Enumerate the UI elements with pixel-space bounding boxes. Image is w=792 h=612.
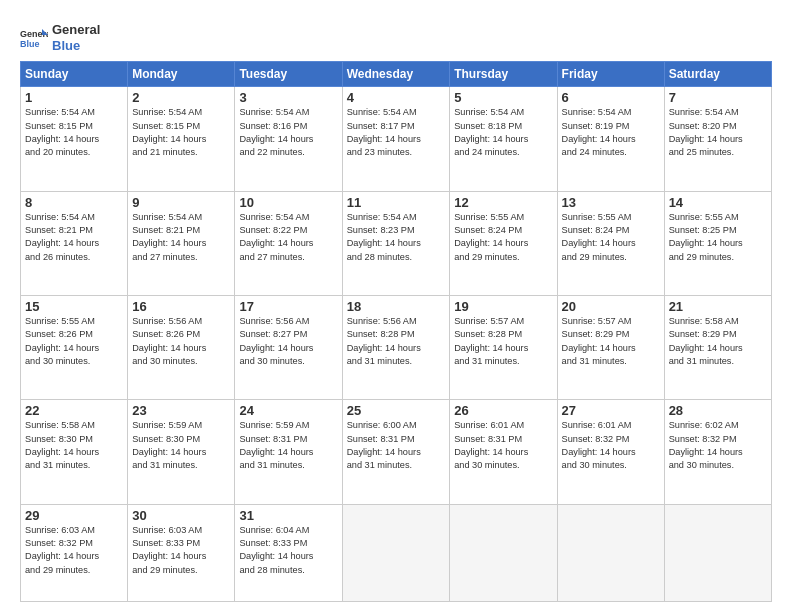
logo-icon: General Blue (20, 27, 48, 49)
day-cell: 19Sunrise: 5:57 AMSunset: 8:28 PMDayligh… (450, 295, 557, 399)
week-row-4: 22Sunrise: 5:58 AMSunset: 8:30 PMDayligh… (21, 400, 772, 504)
day-cell (342, 504, 450, 601)
day-info: Sunrise: 5:57 AMSunset: 8:29 PMDaylight:… (562, 315, 660, 368)
col-header-thursday: Thursday (450, 62, 557, 87)
col-header-tuesday: Tuesday (235, 62, 342, 87)
day-cell: 11Sunrise: 5:54 AMSunset: 8:23 PMDayligh… (342, 191, 450, 295)
day-info: Sunrise: 5:55 AMSunset: 8:26 PMDaylight:… (25, 315, 123, 368)
day-cell: 26Sunrise: 6:01 AMSunset: 8:31 PMDayligh… (450, 400, 557, 504)
calendar-header-row: SundayMondayTuesdayWednesdayThursdayFrid… (21, 62, 772, 87)
day-number: 1 (25, 90, 123, 105)
day-info: Sunrise: 5:58 AMSunset: 8:29 PMDaylight:… (669, 315, 767, 368)
day-number: 20 (562, 299, 660, 314)
day-number: 22 (25, 403, 123, 418)
day-info: Sunrise: 5:55 AMSunset: 8:25 PMDaylight:… (669, 211, 767, 264)
day-number: 6 (562, 90, 660, 105)
day-info: Sunrise: 5:54 AMSunset: 8:20 PMDaylight:… (669, 106, 767, 159)
day-info: Sunrise: 6:02 AMSunset: 8:32 PMDaylight:… (669, 419, 767, 472)
day-number: 17 (239, 299, 337, 314)
day-number: 10 (239, 195, 337, 210)
col-header-saturday: Saturday (664, 62, 771, 87)
day-cell: 13Sunrise: 5:55 AMSunset: 8:24 PMDayligh… (557, 191, 664, 295)
day-number: 30 (132, 508, 230, 523)
day-number: 15 (25, 299, 123, 314)
day-number: 23 (132, 403, 230, 418)
day-info: Sunrise: 5:54 AMSunset: 8:23 PMDaylight:… (347, 211, 446, 264)
svg-text:Blue: Blue (20, 39, 40, 49)
day-cell: 2Sunrise: 5:54 AMSunset: 8:15 PMDaylight… (128, 87, 235, 191)
page: General Blue General Blue SundayMondayTu… (0, 0, 792, 612)
day-cell: 7Sunrise: 5:54 AMSunset: 8:20 PMDaylight… (664, 87, 771, 191)
day-cell: 5Sunrise: 5:54 AMSunset: 8:18 PMDaylight… (450, 87, 557, 191)
day-info: Sunrise: 5:54 AMSunset: 8:16 PMDaylight:… (239, 106, 337, 159)
week-row-3: 15Sunrise: 5:55 AMSunset: 8:26 PMDayligh… (21, 295, 772, 399)
day-cell: 23Sunrise: 5:59 AMSunset: 8:30 PMDayligh… (128, 400, 235, 504)
day-number: 2 (132, 90, 230, 105)
calendar-table: SundayMondayTuesdayWednesdayThursdayFrid… (20, 61, 772, 602)
day-number: 28 (669, 403, 767, 418)
day-number: 18 (347, 299, 446, 314)
day-number: 19 (454, 299, 552, 314)
day-info: Sunrise: 6:01 AMSunset: 8:32 PMDaylight:… (562, 419, 660, 472)
day-number: 25 (347, 403, 446, 418)
day-info: Sunrise: 5:56 AMSunset: 8:27 PMDaylight:… (239, 315, 337, 368)
day-number: 7 (669, 90, 767, 105)
day-info: Sunrise: 6:01 AMSunset: 8:31 PMDaylight:… (454, 419, 552, 472)
day-cell: 27Sunrise: 6:01 AMSunset: 8:32 PMDayligh… (557, 400, 664, 504)
day-number: 12 (454, 195, 552, 210)
day-info: Sunrise: 5:54 AMSunset: 8:15 PMDaylight:… (25, 106, 123, 159)
day-number: 14 (669, 195, 767, 210)
day-cell: 31Sunrise: 6:04 AMSunset: 8:33 PMDayligh… (235, 504, 342, 601)
logo-text-general: General (52, 22, 100, 38)
day-number: 24 (239, 403, 337, 418)
day-cell: 4Sunrise: 5:54 AMSunset: 8:17 PMDaylight… (342, 87, 450, 191)
day-info: Sunrise: 5:54 AMSunset: 8:19 PMDaylight:… (562, 106, 660, 159)
day-cell: 24Sunrise: 5:59 AMSunset: 8:31 PMDayligh… (235, 400, 342, 504)
day-info: Sunrise: 6:04 AMSunset: 8:33 PMDaylight:… (239, 524, 337, 577)
week-row-1: 1Sunrise: 5:54 AMSunset: 8:15 PMDaylight… (21, 87, 772, 191)
day-info: Sunrise: 5:54 AMSunset: 8:15 PMDaylight:… (132, 106, 230, 159)
day-info: Sunrise: 5:57 AMSunset: 8:28 PMDaylight:… (454, 315, 552, 368)
day-info: Sunrise: 6:03 AMSunset: 8:33 PMDaylight:… (132, 524, 230, 577)
day-cell: 10Sunrise: 5:54 AMSunset: 8:22 PMDayligh… (235, 191, 342, 295)
day-cell: 14Sunrise: 5:55 AMSunset: 8:25 PMDayligh… (664, 191, 771, 295)
day-cell: 6Sunrise: 5:54 AMSunset: 8:19 PMDaylight… (557, 87, 664, 191)
week-row-2: 8Sunrise: 5:54 AMSunset: 8:21 PMDaylight… (21, 191, 772, 295)
day-info: Sunrise: 5:54 AMSunset: 8:22 PMDaylight:… (239, 211, 337, 264)
day-number: 4 (347, 90, 446, 105)
logo-text-blue: Blue (52, 38, 100, 54)
day-info: Sunrise: 6:00 AMSunset: 8:31 PMDaylight:… (347, 419, 446, 472)
day-number: 29 (25, 508, 123, 523)
day-number: 27 (562, 403, 660, 418)
day-number: 5 (454, 90, 552, 105)
day-info: Sunrise: 5:59 AMSunset: 8:30 PMDaylight:… (132, 419, 230, 472)
col-header-sunday: Sunday (21, 62, 128, 87)
day-number: 11 (347, 195, 446, 210)
col-header-wednesday: Wednesday (342, 62, 450, 87)
day-cell (557, 504, 664, 601)
day-cell: 1Sunrise: 5:54 AMSunset: 8:15 PMDaylight… (21, 87, 128, 191)
day-info: Sunrise: 5:55 AMSunset: 8:24 PMDaylight:… (454, 211, 552, 264)
day-number: 31 (239, 508, 337, 523)
day-info: Sunrise: 5:54 AMSunset: 8:18 PMDaylight:… (454, 106, 552, 159)
header: General Blue General Blue (20, 18, 772, 53)
day-cell: 18Sunrise: 5:56 AMSunset: 8:28 PMDayligh… (342, 295, 450, 399)
day-info: Sunrise: 5:56 AMSunset: 8:28 PMDaylight:… (347, 315, 446, 368)
day-number: 21 (669, 299, 767, 314)
day-info: Sunrise: 5:58 AMSunset: 8:30 PMDaylight:… (25, 419, 123, 472)
day-info: Sunrise: 6:03 AMSunset: 8:32 PMDaylight:… (25, 524, 123, 577)
day-cell (664, 504, 771, 601)
day-cell: 25Sunrise: 6:00 AMSunset: 8:31 PMDayligh… (342, 400, 450, 504)
day-cell: 21Sunrise: 5:58 AMSunset: 8:29 PMDayligh… (664, 295, 771, 399)
day-number: 16 (132, 299, 230, 314)
day-number: 26 (454, 403, 552, 418)
day-cell: 28Sunrise: 6:02 AMSunset: 8:32 PMDayligh… (664, 400, 771, 504)
day-info: Sunrise: 5:55 AMSunset: 8:24 PMDaylight:… (562, 211, 660, 264)
day-info: Sunrise: 5:54 AMSunset: 8:21 PMDaylight:… (25, 211, 123, 264)
day-cell: 29Sunrise: 6:03 AMSunset: 8:32 PMDayligh… (21, 504, 128, 601)
day-cell: 30Sunrise: 6:03 AMSunset: 8:33 PMDayligh… (128, 504, 235, 601)
day-cell: 20Sunrise: 5:57 AMSunset: 8:29 PMDayligh… (557, 295, 664, 399)
day-info: Sunrise: 5:59 AMSunset: 8:31 PMDaylight:… (239, 419, 337, 472)
day-number: 3 (239, 90, 337, 105)
col-header-friday: Friday (557, 62, 664, 87)
